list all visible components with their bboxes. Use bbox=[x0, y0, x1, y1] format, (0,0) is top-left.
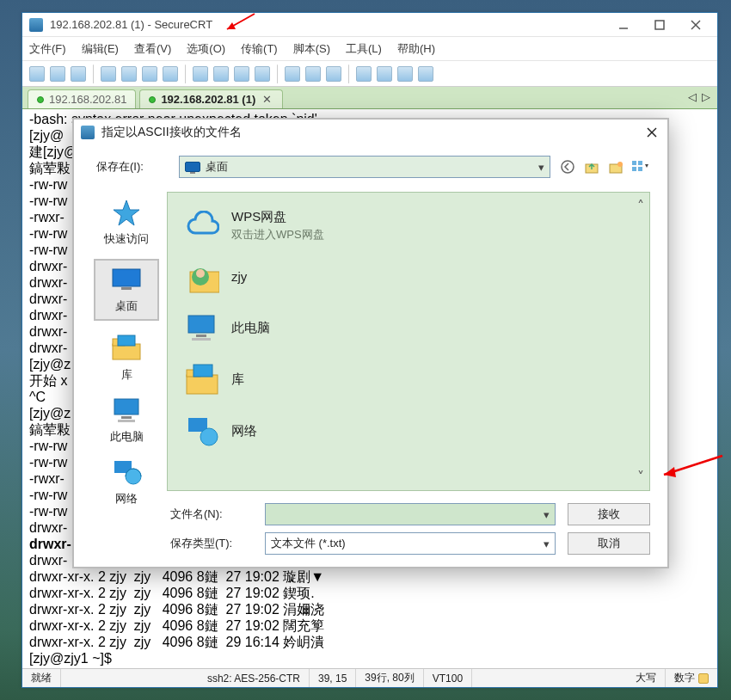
filetype-dropdown[interactable]: 文本文件 (*.txt)▾ bbox=[265, 532, 556, 555]
tool-18[interactable] bbox=[418, 66, 433, 82]
tab-inactive[interactable]: 192.168.202.81 bbox=[28, 89, 136, 108]
dialog-title: 指定以ASCII接收的文件名 bbox=[101, 125, 643, 140]
accept-button[interactable]: 接收 bbox=[568, 503, 650, 525]
entry-pc[interactable]: 此电脑 bbox=[168, 303, 649, 354]
location-value: 桌面 bbox=[206, 159, 228, 175]
network-icon bbox=[107, 457, 146, 488]
svg-rect-32 bbox=[194, 365, 212, 377]
scroll-down-icon[interactable]: ˅ bbox=[637, 469, 644, 485]
toolbar bbox=[22, 61, 717, 87]
libraries-icon bbox=[107, 333, 146, 364]
tool-1[interactable] bbox=[29, 66, 45, 82]
tool-16[interactable] bbox=[377, 66, 392, 82]
menu-options[interactable]: 选项(O) bbox=[187, 41, 225, 57]
svg-rect-12 bbox=[632, 167, 636, 171]
menu-file[interactable]: 文件(F) bbox=[29, 41, 66, 57]
tool-2[interactable] bbox=[50, 66, 65, 82]
dialog-close-button[interactable] bbox=[643, 124, 660, 141]
svg-rect-13 bbox=[638, 167, 642, 171]
minimize-button[interactable] bbox=[605, 13, 642, 37]
chevron-down-icon[interactable]: ▾ bbox=[544, 508, 550, 521]
cloud-icon bbox=[183, 208, 219, 243]
back-icon[interactable] bbox=[559, 158, 576, 175]
menu-transfer[interactable]: 传输(T) bbox=[241, 41, 278, 57]
tool-12[interactable] bbox=[285, 66, 300, 82]
libraries-icon bbox=[183, 363, 219, 397]
status-caps: 大写 bbox=[627, 669, 666, 687]
tool-7[interactable] bbox=[163, 66, 178, 82]
statusbar: 就绪 ssh2: AES-256-CTR 39, 15 39行, 80列 VT1… bbox=[22, 668, 717, 687]
status-term: VT100 bbox=[424, 669, 472, 687]
filetype-label: 保存类型(T): bbox=[170, 536, 253, 551]
location-dropdown[interactable]: 桌面 ▾ bbox=[179, 156, 550, 178]
session-tabs: 192.168.202.81 192.168.202.81 (1) ✕ ◁ ▷ bbox=[22, 87, 717, 109]
chevron-down-icon: ▾ bbox=[544, 537, 550, 550]
entry-libs[interactable]: 库 bbox=[168, 354, 649, 406]
place-network[interactable]: 网络 bbox=[94, 457, 159, 507]
tool-8[interactable] bbox=[193, 66, 208, 82]
svg-rect-14 bbox=[113, 269, 140, 286]
tool-5[interactable] bbox=[121, 66, 137, 82]
entry-user[interactable]: zjy bbox=[168, 251, 649, 303]
dialog-icon bbox=[81, 126, 95, 139]
tab-prev-icon[interactable]: ◁ bbox=[688, 90, 697, 103]
cancel-button[interactable]: 取消 bbox=[568, 532, 650, 555]
menu-script[interactable]: 脚本(S) bbox=[293, 41, 330, 57]
status-pos: 39, 15 bbox=[310, 669, 356, 687]
menu-view[interactable]: 查看(V) bbox=[134, 41, 171, 57]
new-folder-icon[interactable] bbox=[607, 158, 624, 175]
tool-6[interactable] bbox=[142, 66, 157, 82]
up-folder-icon[interactable] bbox=[583, 158, 600, 175]
tool-17[interactable] bbox=[397, 66, 413, 82]
star-icon bbox=[107, 197, 146, 228]
network-icon bbox=[183, 414, 219, 449]
pc-icon bbox=[183, 311, 219, 346]
save-in-label: 保存在(I): bbox=[96, 159, 170, 175]
svg-rect-28 bbox=[196, 335, 206, 337]
tab-nav: ◁ ▷ bbox=[688, 90, 710, 103]
close-button[interactable] bbox=[678, 13, 714, 37]
menu-tools[interactable]: 工具(L) bbox=[346, 41, 382, 57]
status-dot-icon bbox=[37, 96, 44, 103]
tool-13[interactable] bbox=[305, 66, 321, 82]
file-list[interactable]: ˄ WPS网盘双击进入WPS网盘 zjy 此电脑 库 bbox=[167, 192, 650, 491]
filename-input[interactable]: ▾ bbox=[265, 503, 556, 525]
tool-9[interactable] bbox=[213, 66, 229, 82]
dialog-titlebar: 指定以ASCII接收的文件名 bbox=[74, 120, 667, 145]
tool-11[interactable] bbox=[255, 66, 270, 82]
titlebar: 192.168.202.81 (1) - SecureCRT bbox=[22, 13, 717, 37]
maximize-button[interactable] bbox=[642, 13, 678, 37]
svg-rect-10 bbox=[632, 161, 636, 165]
entry-network[interactable]: 网络 bbox=[168, 406, 649, 457]
file-dialog: 指定以ASCII接收的文件名 保存在(I): 桌面 ▾ 快速访问 bbox=[72, 118, 669, 568]
app-icon bbox=[29, 18, 43, 32]
tool-14[interactable] bbox=[326, 66, 341, 82]
tab-next-icon[interactable]: ▷ bbox=[702, 90, 710, 103]
place-desktop[interactable]: 桌面 bbox=[94, 259, 159, 321]
svg-rect-16 bbox=[113, 344, 140, 359]
filename-label: 文件名(N): bbox=[170, 507, 253, 522]
pc-icon bbox=[107, 395, 146, 426]
view-menu-icon[interactable] bbox=[631, 158, 648, 175]
entry-wps[interactable]: WPS网盘双击进入WPS网盘 bbox=[168, 200, 649, 251]
svg-point-34 bbox=[200, 428, 218, 445]
place-pc[interactable]: 此电脑 bbox=[94, 395, 159, 445]
file-browser: 快速访问 桌面 库 此电脑 网络 bbox=[91, 192, 650, 491]
place-libraries[interactable]: 库 bbox=[94, 333, 159, 383]
desktop-icon bbox=[185, 162, 200, 172]
tool-3[interactable] bbox=[71, 66, 86, 82]
svg-rect-30 bbox=[187, 375, 218, 394]
menu-help[interactable]: 帮助(H) bbox=[397, 41, 435, 57]
tab-close-icon[interactable]: ✕ bbox=[261, 93, 273, 106]
tool-4[interactable] bbox=[101, 66, 116, 82]
status-ready: 就绪 bbox=[22, 669, 61, 687]
tool-15[interactable] bbox=[356, 66, 372, 82]
menu-edit[interactable]: 编辑(E) bbox=[82, 41, 119, 57]
tab-active[interactable]: 192.168.202.81 (1) ✕ bbox=[139, 89, 283, 108]
tool-10[interactable] bbox=[234, 66, 249, 82]
svg-rect-11 bbox=[638, 161, 642, 165]
place-quick-access[interactable]: 快速访问 bbox=[94, 197, 159, 247]
scroll-up-icon[interactable]: ˄ bbox=[637, 198, 644, 214]
save-in-row: 保存在(I): 桌面 ▾ bbox=[74, 145, 667, 185]
svg-point-26 bbox=[196, 269, 205, 278]
